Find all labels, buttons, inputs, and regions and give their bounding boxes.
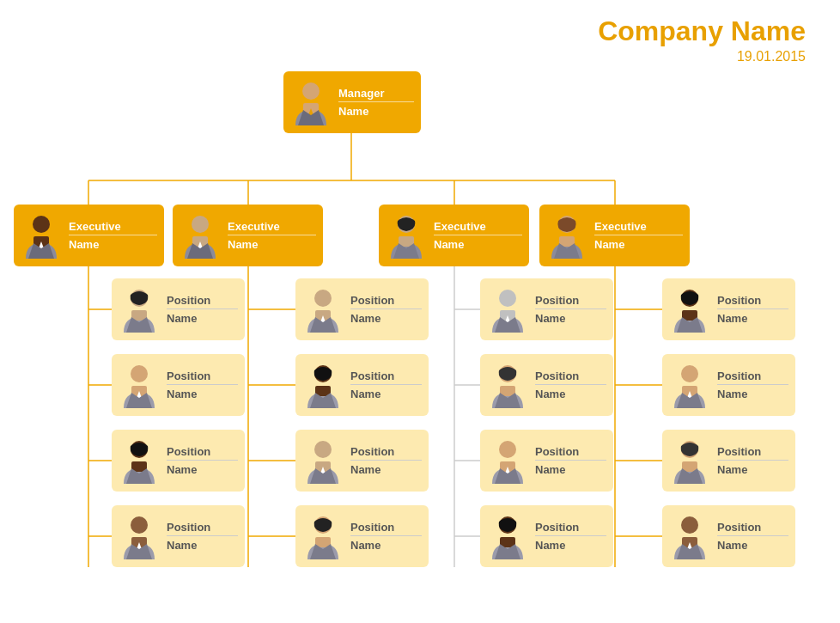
svg-point-26 [302, 82, 320, 100]
pos-title-4-1: Position [717, 294, 788, 309]
svg-point-64 [499, 441, 516, 458]
svg-point-76 [681, 516, 698, 534]
executive-name-3: Name [434, 238, 522, 251]
pos-name-1-3: Name [167, 463, 238, 476]
executive-text-1: Executive Name [69, 220, 157, 251]
pos-text-4-2: Position Name [717, 370, 788, 400]
position-node-2-1: Position Name [295, 278, 429, 340]
position-node-4-1: Position Name [662, 278, 795, 340]
position-node-3-4: Position Name [480, 505, 613, 567]
pos-title-2-2: Position [350, 370, 422, 385]
executive-node-4: Executive Name [539, 205, 690, 266]
position-node-2-2: Position Name [295, 354, 429, 416]
pos-name-3-3: Name [535, 463, 606, 476]
pos-avatar-1-3 [119, 437, 160, 485]
pos-name-4-4: Name [717, 539, 788, 552]
pos-text-4-1: Position Name [717, 294, 788, 325]
pos-title-3-2: Position [535, 370, 606, 385]
pos-avatar-1-2 [119, 361, 160, 409]
pos-text-2-3: Position Name [350, 445, 422, 476]
pos-avatar-3-2 [487, 361, 528, 409]
pos-title-4-2: Position [717, 370, 788, 385]
pos-name-2-3: Name [350, 463, 422, 476]
manager-name: Name [338, 105, 414, 118]
position-card-1-1: Position Name [112, 278, 245, 340]
executive-card-4: Executive Name [539, 205, 690, 266]
executive-avatar-4 [546, 211, 587, 260]
svg-point-46 [131, 516, 148, 534]
svg-point-32 [192, 216, 209, 233]
pos-title-1-4: Position [167, 521, 238, 536]
pos-avatar-3-4 [487, 512, 528, 560]
pos-avatar-4-2 [669, 361, 710, 409]
position-card-4-3: Position Name [662, 430, 795, 492]
pos-text-2-2: Position Name [350, 370, 422, 400]
pos-text-3-1: Position Name [535, 294, 606, 325]
svg-point-59 [499, 290, 516, 307]
position-node-1-4: Position Name [112, 505, 245, 567]
pos-title-3-4: Position [535, 521, 606, 536]
position-node-1-1: Position Name [112, 278, 245, 340]
svg-point-54 [314, 441, 332, 458]
executive-card-3: Executive Name [379, 205, 529, 266]
pos-title-4-3: Position [717, 445, 788, 461]
position-node-3-3: Position Name [480, 430, 613, 492]
pos-avatar-2-1 [302, 285, 344, 333]
executive-avatar-3 [386, 211, 427, 260]
position-card-4-2: Position Name [662, 354, 795, 416]
position-card-4-4: Position Name [662, 505, 795, 567]
pos-text-2-1: Position Name [350, 294, 422, 325]
executive-text-3: Executive Name [434, 220, 522, 251]
position-card-3-4: Position Name [480, 505, 613, 567]
pos-title-1-2: Position [167, 370, 238, 385]
pos-avatar-1-1 [119, 285, 160, 333]
executive-name-4: Name [594, 238, 683, 251]
position-node-1-2: Position Name [112, 354, 245, 416]
executive-name-1: Name [69, 238, 157, 251]
position-card-1-2: Position Name [112, 354, 245, 416]
pos-name-2-4: Name [350, 539, 422, 552]
pos-name-3-1: Name [535, 312, 606, 325]
pos-avatar-3-1 [487, 285, 528, 333]
pos-name-4-3: Name [717, 463, 788, 476]
pos-name-2-2: Name [350, 388, 422, 400]
position-card-2-2: Position Name [295, 354, 429, 416]
executive-title-1: Executive [69, 220, 157, 235]
pos-avatar-1-4 [119, 512, 160, 560]
position-card-4-1: Position Name [662, 278, 795, 340]
svg-point-49 [314, 290, 332, 307]
position-node-2-3: Position Name [295, 430, 429, 492]
pos-title-2-4: Position [350, 521, 422, 536]
pos-text-2-4: Position Name [350, 521, 422, 552]
pos-name-3-4: Name [535, 539, 606, 552]
pos-avatar-2-2 [302, 361, 344, 409]
pos-text-4-4: Position Name [717, 521, 788, 552]
position-node-2-4: Position Name [295, 505, 429, 567]
position-card-2-4: Position Name [295, 505, 429, 567]
pos-avatar-2-4 [302, 512, 344, 560]
pos-avatar-2-3 [302, 437, 344, 485]
manager-card: Manager Name [283, 71, 421, 133]
pos-text-1-3: Position Name [167, 445, 238, 476]
pos-title-1-3: Position [167, 445, 238, 461]
svg-point-29 [33, 216, 50, 233]
pos-name-1-2: Name [167, 388, 238, 400]
pos-text-1-1: Position Name [167, 294, 238, 325]
position-node-3-1: Position Name [480, 278, 613, 340]
pos-text-1-2: Position Name [167, 370, 238, 400]
company-header: Company Name 19.01.2015 [598, 15, 806, 64]
pos-title-3-1: Position [535, 294, 606, 309]
svg-point-71 [681, 365, 698, 382]
position-card-1-4: Position Name [112, 505, 245, 567]
position-card-3-1: Position Name [480, 278, 613, 340]
manager-text: Manager Name [338, 87, 414, 118]
pos-name-1-4: Name [167, 539, 238, 552]
executive-avatar-2 [180, 211, 221, 260]
executive-title-3: Executive [434, 220, 522, 235]
pos-title-3-3: Position [535, 445, 606, 461]
company-name: Company Name [598, 15, 806, 47]
pos-name-3-2: Name [535, 388, 606, 400]
pos-text-3-2: Position Name [535, 370, 606, 400]
pos-name-2-1: Name [350, 312, 422, 325]
executive-node-3: Executive Name [379, 205, 529, 266]
